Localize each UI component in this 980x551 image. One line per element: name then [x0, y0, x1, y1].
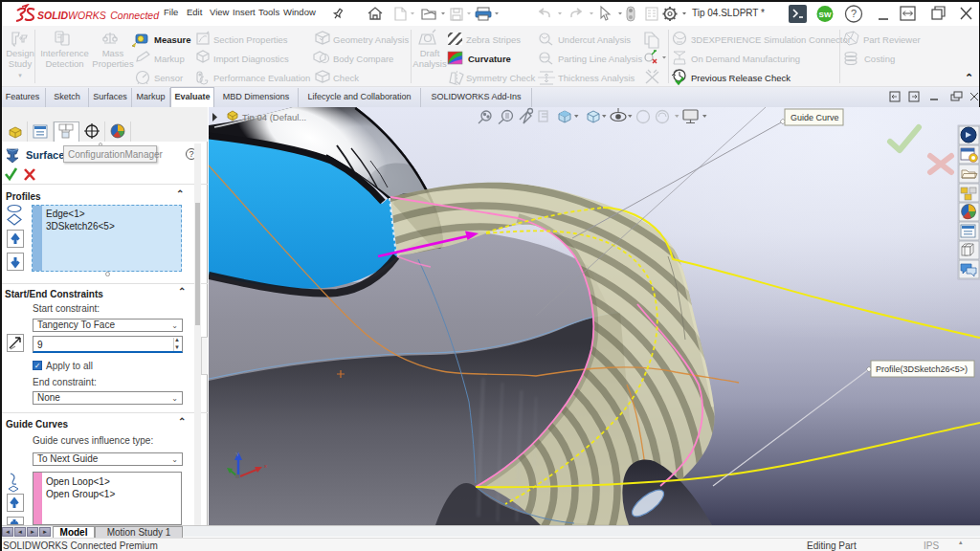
- svg-text:Guide Curve: Guide Curve: [791, 113, 839, 122]
- svg-text:Profile(3DSketch26<5>): Profile(3DSketch26<5>): [876, 364, 968, 374]
- svg-text:x: x: [264, 463, 267, 469]
- svg-text:SW: SW: [819, 11, 832, 19]
- svg-text:?: ?: [851, 8, 857, 19]
- svg-text:Tip 04 (Defaul...: Tip 04 (Defaul...: [242, 112, 306, 122]
- svg-text:Y: Y: [235, 452, 239, 457]
